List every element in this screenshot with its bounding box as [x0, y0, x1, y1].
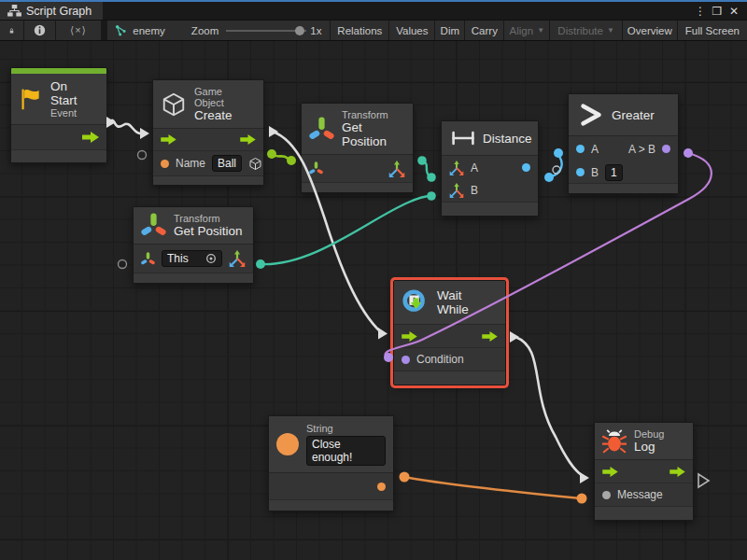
wire-getpositionbottom-to-distance-b[interactable] — [256, 191, 436, 269]
cube-icon — [248, 157, 262, 171]
a-in-port[interactable] — [576, 145, 585, 153]
zoom-slider-handle[interactable] — [295, 26, 304, 35]
node-on-start-event[interactable]: On Start Event — [10, 67, 107, 163]
lock-button[interactable] — [0, 21, 23, 40]
flag-icon — [19, 87, 43, 111]
node-footer — [11, 150, 106, 162]
node-footer — [134, 273, 253, 283]
node-footer — [442, 203, 538, 216]
vector3-b-port[interactable] — [449, 183, 464, 198]
port-b-label: B — [591, 166, 599, 179]
result-out-port[interactable] — [522, 163, 530, 172]
chevron-down-icon: ▼ — [607, 26, 614, 35]
code-preview-button[interactable]: ⟨×⟩ — [56, 21, 101, 40]
graph-canvas[interactable]: On Start Event Game Object Create — [0, 41, 747, 560]
wire-onstart-to-create[interactable] — [106, 117, 149, 139]
transform-icon — [309, 117, 334, 142]
node-distance[interactable]: Distance A B — [441, 120, 539, 217]
b-in-port[interactable] — [576, 168, 585, 176]
target-picker-icon[interactable] — [205, 253, 217, 264]
window-menu-button[interactable]: ⋮ — [693, 5, 708, 18]
vector3-out-port[interactable] — [388, 161, 405, 177]
node-footer — [595, 507, 693, 520]
distance-icon — [451, 131, 475, 146]
code-icon: ⟨×⟩ — [70, 24, 87, 36]
flow-out-port[interactable] — [82, 132, 99, 143]
b-value-input[interactable]: 1 — [605, 164, 623, 181]
window-controls: ⋮ ❒ ✕ — [693, 2, 747, 20]
node-game-object-create[interactable]: Game Object Create Name Ball — [152, 79, 264, 186]
wire-distance-to-greater-a[interactable] — [544, 148, 563, 182]
chevron-down-icon: ▼ — [537, 26, 544, 35]
flow-in-port[interactable] — [161, 134, 176, 145]
inspect-button[interactable] — [24, 21, 55, 40]
node-get-position-top[interactable]: Transform Get Position — [301, 103, 414, 193]
node-greater[interactable]: Greater A A > B B 1 — [568, 93, 679, 194]
align-dropdown[interactable]: Align▼ — [504, 21, 549, 40]
transform-target-port[interactable] — [309, 161, 323, 175]
node-category: Transform — [174, 213, 243, 224]
node-title: Get Position — [342, 120, 403, 148]
transform-icon — [141, 213, 166, 238]
window-close-button[interactable]: ✕ — [726, 5, 741, 18]
wire-getpositiontop-to-distance-a[interactable] — [417, 156, 436, 182]
flow-in-port[interactable] — [402, 331, 417, 342]
vector3-a-port[interactable] — [449, 161, 464, 175]
unconnected-port-circle[interactable] — [138, 151, 147, 160]
name-value-port[interactable] — [161, 160, 169, 168]
result-label: A > B — [628, 143, 655, 156]
string-value-input[interactable]: Close enough! — [306, 436, 386, 466]
wire-waitwhile-to-log[interactable] — [510, 331, 589, 483]
port-b-label: B — [471, 184, 478, 197]
condition-in-port[interactable] — [402, 356, 410, 364]
node-title: Wait While — [437, 288, 496, 316]
unconnected-port-circle[interactable] — [119, 260, 127, 269]
node-footer — [269, 500, 393, 511]
distribute-dropdown[interactable]: Distribute▼ — [550, 21, 622, 40]
vector3-out-port[interactable] — [229, 250, 246, 267]
graph-tree-icon — [7, 5, 21, 17]
carry-toggle[interactable]: Carry — [465, 21, 503, 40]
node-title: Distance — [483, 132, 532, 146]
node-title: Create — [194, 108, 254, 122]
flow-out-port[interactable] — [669, 467, 685, 477]
port-a-label: A — [591, 143, 599, 156]
tab-script-graph[interactable]: Script Graph — [0, 2, 103, 20]
node-debug-log[interactable]: Debug Log Message — [594, 422, 694, 521]
string-out-port[interactable] — [377, 483, 386, 491]
port-a-label: A — [471, 161, 478, 175]
wire-string-to-message[interactable] — [400, 472, 587, 504]
flow-out-port[interactable] — [240, 134, 256, 145]
dim-toggle[interactable]: Dim — [435, 21, 464, 40]
bug-icon — [602, 429, 627, 454]
graph-name[interactable]: enemy — [133, 25, 165, 36]
node-title: On Start — [50, 79, 97, 107]
title-bar: Script Graph ⋮ ❒ ✕ — [0, 2, 747, 21]
node-category: Debug — [634, 428, 664, 440]
node-wait-while[interactable]: Wait While Condition — [393, 280, 506, 385]
values-toggle[interactable]: Values — [389, 21, 434, 40]
node-footer — [302, 183, 413, 192]
full-screen-button[interactable]: Full Screen — [678, 21, 747, 40]
transform-target-port[interactable] — [141, 252, 155, 266]
toolbar-gap — [102, 21, 107, 40]
name-input[interactable]: Ball — [212, 155, 242, 172]
message-in-port[interactable] — [602, 491, 611, 499]
node-get-position-bottom[interactable]: Transform Get Position This — [133, 206, 254, 284]
distribute-label: Distribute — [557, 25, 603, 36]
result-out-port[interactable] — [662, 145, 670, 153]
relations-toggle[interactable]: Relations — [331, 21, 388, 40]
zoom-slider[interactable] — [226, 30, 306, 32]
target-input[interactable]: This — [162, 250, 222, 267]
window-maximize-button[interactable]: ❒ — [710, 5, 725, 18]
graph-context-segment: enemy Zoom 1x — [107, 21, 330, 40]
node-category: Game Object — [194, 86, 254, 108]
unconnected-flow-triangle[interactable] — [698, 474, 709, 487]
wire-create-to-getposition[interactable] — [267, 149, 296, 165]
flow-out-port[interactable] — [482, 331, 498, 342]
script-graph-window: Script Graph ⋮ ❒ ✕ ⟨×⟩ enemy Zoom 1x Rel… — [0, 0, 747, 560]
flow-in-port[interactable] — [602, 467, 618, 477]
overview-button[interactable]: Overview — [623, 21, 677, 40]
node-string-literal[interactable]: String Close enough! — [268, 415, 394, 511]
align-label: Align — [510, 25, 534, 36]
